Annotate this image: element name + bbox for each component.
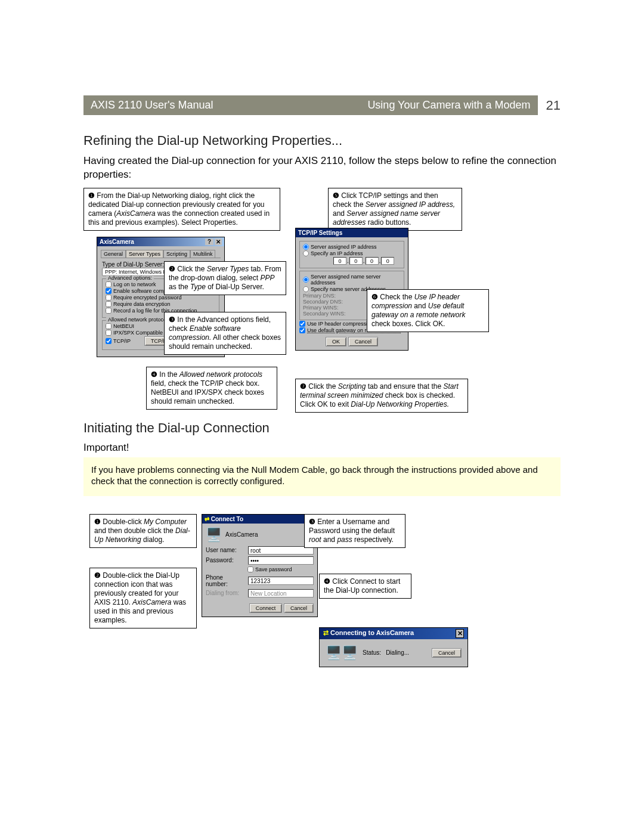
num-icon: ❸ (309, 518, 315, 526)
section1-title: Refining the Dial-up Networking Properti… (83, 133, 561, 148)
num-icon: ❹ (151, 370, 157, 379)
close-icon[interactable]: ✕ (456, 629, 464, 638)
tab-scripting[interactable]: Scripting (163, 250, 190, 258)
section1-intro: Having created the Dial-up connection fo… (83, 154, 561, 182)
radio-server-ip[interactable]: Server assigned IP address (303, 244, 401, 250)
ip-input[interactable]: 0.0.0.0 (333, 257, 401, 265)
callout-3: ❸ In the Advanced options field, check E… (164, 312, 286, 355)
chk-require-data-enc[interactable]: Require data encryption (106, 301, 216, 307)
num-icon: ❺ (333, 191, 339, 200)
tab-general[interactable]: General (101, 250, 126, 258)
dialog-connecting-status: ⇄ Connecting to AxisCamera ✕ 🖥️🖥️ Status… (319, 627, 468, 667)
important-label: Important! (83, 442, 561, 454)
computers-icon: 🖥️🖥️ (326, 645, 358, 661)
callout2-2: ❷ Double-click the Dial-Up connection ic… (89, 568, 197, 628)
dialog-title: ⇄ Connect To (202, 515, 317, 524)
status-value: Dialing... (386, 649, 409, 656)
group-ip: Server assigned IP address Specify an IP… (299, 241, 404, 268)
page-content: AXIS 2110 User's Manual Using Your Camer… (83, 95, 561, 693)
callout-5: ❺ Click TCP/IP settings and then check t… (328, 188, 462, 231)
num-icon: ❶ (88, 191, 95, 200)
connection-name: AxisCamera (225, 531, 258, 538)
cancel-button[interactable]: Cancel (432, 648, 462, 658)
title-text: Connecting to AxisCamera (330, 629, 414, 636)
callout2-1: ❶ Double-click My Computer and then doub… (89, 514, 197, 548)
phone-input[interactable]: 123123 (248, 577, 314, 585)
button-row: OK Cancel (299, 337, 404, 346)
dialog-title: AxisCamera ✕ ? (97, 237, 224, 246)
group-label: Advanced options: (106, 275, 154, 281)
dialog-tabs: General Server Types Scripting Multilink (101, 250, 221, 258)
dialfrom-label: Dialing from: (206, 590, 244, 596)
connect-button[interactable]: Connect (249, 603, 283, 613)
header-right: Using Your Camera with a Modem (265, 95, 538, 115)
dialog-body: 🖥️🖥️ Status: Dialing... Cancel (320, 639, 467, 667)
dialfrom-input[interactable]: New Location (248, 589, 314, 597)
cancel-button[interactable]: Cancel (348, 337, 378, 346)
callout-4: ❹ In the Allowed network protocols field… (146, 367, 277, 410)
page-number: 21 (538, 98, 561, 113)
close-icon[interactable]: ✕ (215, 239, 222, 245)
password-label: Password: (206, 557, 244, 563)
num-icon: ❶ (94, 518, 101, 526)
ok-button[interactable]: OK (326, 337, 346, 346)
num-icon: ❻ (371, 293, 378, 301)
radio-server-ns[interactable]: Server assigned name server addresses (303, 274, 401, 286)
num-icon: ❸ (169, 315, 175, 324)
dialog-connect-to: ⇄ Connect To 🖥️ AxisCamera User name:roo… (202, 514, 318, 617)
callout-1: ❶ From the Dial-up Networking dialog, ri… (83, 188, 280, 231)
figure-area-2: ❶ Double-click My Computer and then doub… (83, 514, 561, 693)
tab-server-types[interactable]: Server Types (126, 250, 163, 258)
dialog-body: 🖥️ AxisCamera User name:root Password:••… (202, 524, 317, 617)
cancel-button[interactable]: Cancel (284, 603, 314, 613)
page-header: AXIS 2110 User's Manual Using Your Camer… (83, 95, 561, 115)
dialup-icon: ⇄ (205, 516, 209, 522)
help-icon[interactable]: ? (205, 239, 213, 245)
password-input[interactable]: •••• (248, 556, 314, 565)
num-icon: ❷ (169, 265, 175, 273)
dialog-title: ⇄ Connecting to AxisCamera ✕ (320, 628, 467, 639)
dialog-title: TCP/IP Settings (296, 228, 408, 237)
status-label: Status: (363, 649, 381, 656)
dialup-icon: ⇄ (323, 629, 329, 636)
computers-icon: 🖥️ (206, 527, 222, 543)
phone-label: Phone number: (206, 574, 244, 587)
num-icon: ❷ (94, 571, 101, 580)
callout-2: ❷ Click the Server Types tab. From the d… (164, 261, 286, 295)
callout-7: ❼ Click the Scripting tab and ensure tha… (295, 379, 468, 413)
callout2-3: ❸ Enter a Username and Password using th… (304, 514, 405, 548)
num-icon: ❼ (300, 382, 306, 391)
important-note: If you have problems connecting via the … (83, 457, 561, 496)
figure-area-1: ❶ From the Dial-up Networking dialog, ri… (83, 188, 572, 408)
header-left: AXIS 2110 User's Manual (83, 95, 265, 115)
tab-multilink[interactable]: Multilink (190, 250, 216, 258)
username-label: User name: (206, 547, 244, 553)
num-icon: ❹ (324, 577, 330, 586)
radio-specify-ip[interactable]: Specify an IP address (303, 250, 401, 256)
callout2-4: ❹ Click Connect to start the Dial-Up con… (319, 574, 411, 599)
text-italic: AxisCamera (116, 209, 155, 218)
title-text: AxisCamera (100, 239, 134, 245)
chk-require-enc[interactable]: Require encrypted password (106, 295, 216, 301)
chk-save-password[interactable]: Save password (247, 566, 314, 572)
callout-6: ❻ Check the Use IP header compression an… (367, 289, 489, 332)
button-row: Connect Cancel (206, 603, 314, 613)
section2-title: Initiating the Dial-up Connection (83, 420, 561, 436)
title-text: Connect To (211, 516, 243, 522)
